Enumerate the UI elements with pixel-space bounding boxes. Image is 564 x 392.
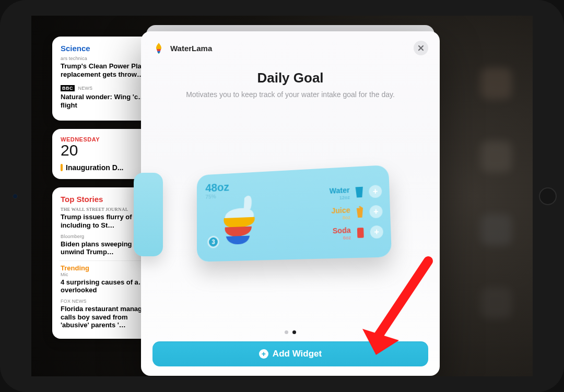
calendar-event-text: Inauguration D...	[66, 163, 123, 172]
calendar-event-color-bar	[61, 164, 63, 171]
drink-oz: 12oz	[330, 195, 350, 201]
svg-rect-0	[357, 228, 364, 238]
soda-can-icon	[355, 226, 366, 239]
app-name-label: WaterLama	[170, 44, 212, 53]
preview-row-soda: Soda6oz +	[288, 224, 384, 242]
modal-subtitle: Motivates you to keep track of your wate…	[152, 90, 428, 99]
add-juice-button[interactable]: +	[369, 205, 383, 219]
preview-row-juice: Juice8oz +	[288, 204, 383, 222]
close-button[interactable]	[414, 41, 428, 55]
widget-preview-carousel[interactable]: 48oz 75% 3	[152, 99, 428, 330]
drink-oz: 6oz	[333, 235, 351, 241]
page-dot-active[interactable]	[292, 330, 296, 334]
drink-name: Soda	[333, 226, 351, 235]
widget-picker-sheet: WaterLama Daily Goal Motivates you to ke…	[141, 31, 440, 376]
blurred-app-icon	[480, 214, 512, 245]
preview-right-column: Water12oz + Juice8oz + Soda6oz +	[287, 173, 384, 253]
modal-header: WaterLama	[152, 41, 428, 55]
plus-circle-icon: +	[259, 349, 268, 359]
preview-left-column: 48oz 75% 3	[205, 177, 288, 255]
home-screen: Science ars technica Trump's Clean Power…	[31, 16, 533, 376]
add-soda-button[interactable]: +	[370, 225, 383, 239]
front-camera	[13, 194, 18, 199]
drink-name: Juice	[331, 206, 350, 215]
modal-title: Daily Goal	[152, 70, 428, 86]
previous-widget-peek[interactable]	[134, 173, 163, 256]
page-dot[interactable]	[285, 330, 288, 334]
app-icon	[152, 42, 165, 54]
ipad-frame: Science ars technica Trump's Clean Power…	[0, 0, 564, 392]
news-source-suffix: NEWS	[78, 86, 92, 91]
drink-name: Water	[330, 186, 350, 195]
blurred-app-icon	[480, 287, 512, 318]
background-app-icons	[480, 68, 512, 318]
add-water-button[interactable]: +	[369, 185, 382, 198]
page-indicator[interactable]	[152, 330, 428, 334]
widget-preview-medium: 48oz 75% 3	[197, 165, 392, 262]
llama-illustration: 3	[210, 193, 270, 251]
blurred-app-icon	[480, 141, 512, 172]
add-widget-label: Add Widget	[273, 349, 322, 359]
juice-glass-icon	[355, 206, 366, 219]
news-source: BBC	[61, 85, 75, 91]
drink-oz: 8oz	[332, 215, 351, 221]
water-glass-icon	[354, 186, 365, 199]
home-button[interactable]	[539, 187, 557, 205]
blurred-app-icon	[480, 68, 512, 99]
preview-row-water: Water12oz +	[287, 184, 382, 203]
add-widget-button[interactable]: + Add Widget	[152, 341, 428, 366]
close-icon	[418, 45, 424, 51]
